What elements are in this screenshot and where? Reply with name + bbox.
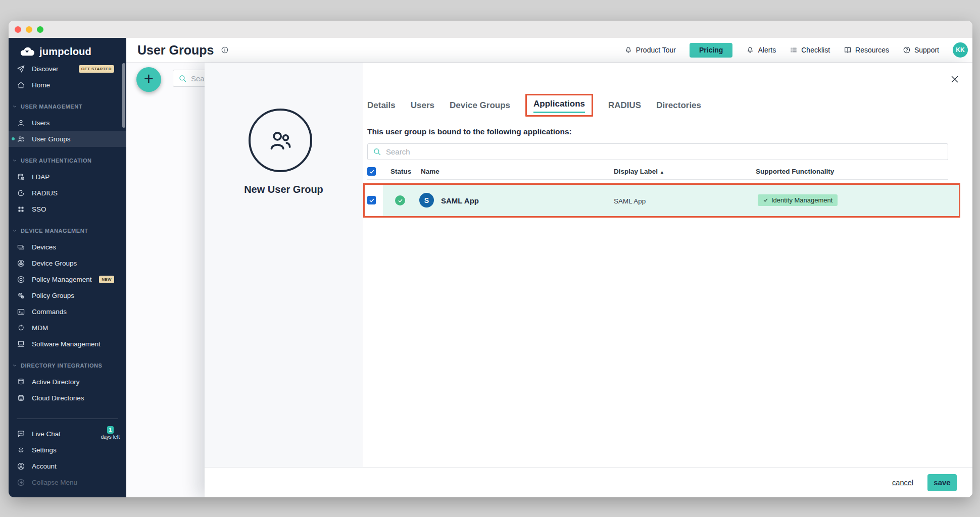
- highlighted-application-row[interactable]: S SAML App SAML App Identity Management: [363, 183, 960, 218]
- active-indicator-dot: [12, 137, 15, 140]
- status-active-icon: [395, 195, 405, 205]
- sidebar-section-device-management[interactable]: DEVICE MANAGEMENT: [9, 223, 126, 239]
- sidebar-item-commands[interactable]: Commands: [9, 303, 126, 320]
- column-supported-functionality[interactable]: Supported Functionality: [756, 168, 834, 175]
- sidebar-item-software-management[interactable]: Software Management: [9, 336, 126, 352]
- sidebar-item-label: Active Directory: [32, 378, 80, 386]
- chevron-icon: [12, 363, 17, 368]
- cancel-button[interactable]: cancel: [892, 479, 913, 487]
- select-all-checkbox[interactable]: [367, 167, 376, 176]
- sidebar-item-label: RADIUS: [32, 189, 58, 197]
- info-icon[interactable]: [221, 46, 229, 54]
- support-link[interactable]: Support: [903, 46, 939, 54]
- sidebar-section-user-management[interactable]: USER MANAGEMENT: [9, 98, 126, 115]
- sidebar-item-home[interactable]: Home: [9, 77, 126, 93]
- tab-device-groups[interactable]: Device Groups: [450, 100, 510, 111]
- sidebar-item-label: MDM: [32, 324, 48, 332]
- page-header: User Groups Product TourPricingAlertsChe…: [126, 38, 972, 63]
- app-display-label: SAML App: [614, 197, 646, 205]
- check-icon: [398, 198, 403, 203]
- apple-icon: [17, 324, 25, 332]
- check-icon: [369, 197, 375, 203]
- action-label: Support: [914, 46, 939, 54]
- sidebar-item-sso[interactable]: SSO: [9, 201, 126, 217]
- policy-icon: [17, 275, 25, 284]
- sidebar-scrollbar-thumb[interactable]: [122, 63, 125, 128]
- header-actions: Product TourPricingAlertsChecklistResour…: [624, 42, 968, 58]
- sidebar-item-settings[interactable]: Settings: [9, 442, 126, 458]
- action-label: Alerts: [758, 46, 776, 54]
- sidebar-item-label: Devices: [32, 243, 56, 251]
- jumpcloud-logo[interactable]: jumpcloud: [9, 38, 126, 61]
- tab-details[interactable]: Details: [367, 100, 396, 111]
- save-button[interactable]: save: [927, 474, 957, 491]
- sidebar-item-label: Discover: [32, 65, 59, 73]
- tab-radius[interactable]: RADIUS: [608, 100, 641, 111]
- tab-applications[interactable]: Applications: [525, 94, 593, 117]
- sidebar-item-policy-management[interactable]: Policy ManagementNEW: [9, 271, 126, 287]
- sidebar-item-label: Policy Management: [32, 276, 92, 283]
- alerts-link[interactable]: Alerts: [746, 46, 776, 54]
- chevron-icon: [12, 228, 17, 233]
- group-name: New User Group: [205, 184, 363, 195]
- sidebar-item-radius[interactable]: RADIUS: [9, 185, 126, 201]
- sidebar-item-label: Account: [32, 462, 57, 470]
- product-tour-link[interactable]: Product Tour: [624, 46, 676, 54]
- sidebar-divider: [17, 419, 118, 419]
- sidebar: jumpcloud DiscoverGET STARTEDHomeUSER MA…: [9, 38, 126, 497]
- window-zoom-button[interactable]: [37, 26, 43, 33]
- sidebar-item-devices[interactable]: Devices: [9, 239, 126, 255]
- applications-table-header: Status Name Display Label▲ Supported Fun…: [367, 166, 948, 180]
- action-label: Resources: [855, 46, 889, 54]
- row-checkbox[interactable]: [367, 196, 376, 204]
- window-minimize-button[interactable]: [26, 26, 32, 33]
- sso-icon: [17, 205, 25, 214]
- pricing-button[interactable]: Pricing: [690, 43, 732, 58]
- check-icon: [763, 197, 768, 203]
- close-icon[interactable]: [949, 74, 960, 85]
- sidebar-item-mdm[interactable]: MDM: [9, 320, 126, 336]
- sidebar-item-label: User Groups: [32, 135, 71, 143]
- applications-search-input[interactable]: [386, 147, 943, 156]
- sidebar-item-user-groups[interactable]: User Groups: [9, 131, 126, 147]
- sidebar-item-collapse-menu[interactable]: Collapse Menu: [9, 474, 126, 490]
- window-close-button[interactable]: [15, 26, 21, 33]
- sidebar-item-discover[interactable]: DiscoverGET STARTED: [9, 61, 126, 77]
- sidebar-item-label: Settings: [32, 446, 57, 454]
- sidebar-item-cloud-directories[interactable]: Cloud Directories: [9, 390, 126, 406]
- policy-group-icon: [17, 291, 25, 300]
- bell-icon: [746, 46, 754, 54]
- sidebar-item-label: Home: [32, 81, 50, 89]
- sidebar-item-account[interactable]: Account: [9, 458, 126, 474]
- gear-icon: [17, 446, 25, 454]
- collapse-icon: [17, 478, 25, 487]
- bound-applications-description: This user group is bound to the followin…: [367, 127, 948, 136]
- sidebar-item-policy-groups[interactable]: Policy Groups: [9, 287, 126, 303]
- column-status[interactable]: Status: [390, 168, 411, 175]
- page-title: User Groups: [137, 43, 214, 58]
- add-user-group-button[interactable]: +: [136, 67, 161, 92]
- group-summary-panel: New User Group: [205, 63, 363, 467]
- tab-label: RADIUS: [608, 100, 641, 110]
- tab-directories[interactable]: Directories: [656, 100, 701, 111]
- user-group-icon: [17, 135, 25, 143]
- functionality-badge: Identity Management: [758, 194, 838, 206]
- resources-link[interactable]: Resources: [844, 46, 889, 54]
- section-label: USER AUTHENTICATION: [21, 158, 92, 164]
- sidebar-item-device-groups[interactable]: Device Groups: [9, 255, 126, 271]
- radius-icon: [17, 189, 25, 197]
- new-badge: NEW: [99, 276, 114, 283]
- sidebar-item-ldap[interactable]: LDAP: [9, 169, 126, 185]
- checklist-link[interactable]: Checklist: [790, 46, 830, 54]
- sidebar-item-active-directory[interactable]: Active Directory: [9, 374, 126, 390]
- tab-users[interactable]: Users: [411, 100, 434, 111]
- applications-tab-content: DetailsUsersDevice GroupsApplicationsRAD…: [367, 63, 948, 180]
- sidebar-section-directory-integrations[interactable]: DIRECTORY INTEGRATIONS: [9, 357, 126, 374]
- column-name[interactable]: Name: [421, 168, 439, 175]
- sidebar-item-users[interactable]: Users: [9, 115, 126, 131]
- sidebar-section-user-authentication[interactable]: USER AUTHENTICATION: [9, 152, 126, 169]
- user-avatar[interactable]: KK: [953, 42, 968, 58]
- macos-titlebar: [9, 21, 972, 38]
- column-display-label[interactable]: Display Label▲: [614, 168, 664, 175]
- sidebar-item-live-chat[interactable]: Live Chat1days left: [9, 426, 126, 442]
